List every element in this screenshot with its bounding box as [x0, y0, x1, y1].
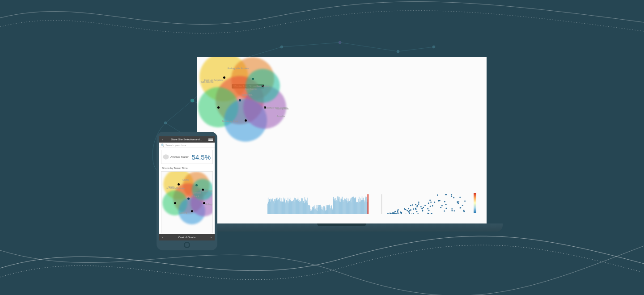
svg-point-2	[164, 122, 167, 124]
svg-point-471	[444, 201, 445, 202]
laptop-base	[181, 223, 503, 232]
svg-point-7	[397, 50, 399, 53]
svg-point-556	[427, 208, 428, 210]
search-icon: 🔍	[161, 143, 164, 147]
phone-footer: ‹ Cost of Goods ›	[159, 234, 215, 240]
svg-point-609	[387, 213, 389, 214]
svg-point-494	[417, 213, 419, 214]
svg-point-476	[397, 211, 398, 213]
csat-chart	[267, 193, 369, 214]
card-delivery-map[interactable]: Delivery areas (US) 18 min. from Stonewo…	[372, 84, 478, 178]
kpi-value: 54.5%	[191, 153, 211, 161]
search-placeholder: Search your data	[165, 144, 186, 147]
back-button[interactable]: ‹	[161, 138, 165, 141]
cube-icon	[163, 154, 169, 160]
svg-point-462	[405, 214, 407, 214]
svg-point-587	[420, 206, 422, 207]
svg-point-547	[457, 202, 458, 203]
svg-point-3	[191, 99, 194, 102]
svg-point-456	[437, 194, 438, 196]
svg-point-552	[410, 205, 411, 206]
svg-point-605	[401, 213, 402, 214]
svg-point-463	[439, 200, 441, 202]
svg-point-539	[412, 204, 413, 206]
kpi-label: Average Margin	[170, 156, 190, 158]
svg-point-487	[431, 213, 432, 214]
home-button[interactable]	[184, 242, 190, 248]
svg-point-565	[413, 213, 414, 214]
svg-point-491	[392, 212, 394, 214]
svg-point-464	[416, 206, 418, 207]
svg-point-528	[459, 197, 461, 198]
svg-point-551	[423, 207, 424, 208]
svg-point-540	[394, 211, 396, 212]
svg-point-481	[398, 213, 399, 214]
svg-point-607	[459, 207, 461, 209]
svg-point-574	[418, 203, 419, 205]
svg-point-511	[390, 213, 391, 214]
svg-point-524	[463, 210, 465, 211]
prev-button[interactable]: ‹	[161, 236, 165, 239]
laptop-mockup: ◦ ▾ ≡ ▾ ▦ Store Site Selection and Perfo…	[197, 57, 487, 232]
svg-point-564	[401, 212, 402, 214]
next-button[interactable]: ›	[209, 236, 213, 239]
svg-point-571	[408, 208, 409, 210]
svg-point-505	[428, 203, 429, 204]
svg-point-443	[413, 209, 414, 210]
svg-point-569	[445, 204, 447, 205]
svg-point-611	[407, 210, 408, 211]
footer-title: Cost of Goods	[178, 236, 195, 239]
phone-mockup: ‹ Store Site Selection and... 🔍 Search y…	[157, 132, 217, 250]
svg-point-577	[451, 194, 452, 195]
phone-title: Store Site Selection and...	[171, 138, 202, 141]
svg-point-485	[397, 211, 398, 212]
svg-point-489	[417, 205, 418, 206]
svg-point-474	[411, 214, 412, 214]
svg-point-558	[463, 211, 465, 212]
svg-point-465	[444, 211, 445, 212]
svg-point-500	[418, 202, 419, 203]
svg-point-580	[430, 206, 431, 207]
svg-point-583	[458, 203, 459, 204]
svg-point-586	[451, 210, 453, 211]
svg-point-5	[280, 46, 283, 48]
app-window: ◦ ▾ ≡ ▾ ▦ Store Site Selection and Perfo…	[203, 63, 480, 217]
svg-point-588	[399, 214, 401, 214]
phone-header: ‹ Store Site Selection and...	[159, 136, 215, 143]
phone-section-title: Shops by Travel Time	[159, 166, 215, 170]
menu-button[interactable]	[208, 139, 213, 141]
svg-point-6	[339, 41, 341, 44]
svg-point-560	[422, 211, 423, 212]
svg-point-490	[428, 210, 430, 211]
svg-point-446	[415, 204, 416, 206]
profitability-scatter	[374, 193, 475, 214]
svg-point-459	[441, 205, 443, 206]
svg-point-581	[432, 205, 433, 206]
svg-rect-439	[368, 194, 369, 214]
svg-point-546	[396, 213, 398, 214]
svg-point-488	[462, 205, 463, 206]
svg-point-572	[464, 201, 466, 202]
svg-point-509	[458, 201, 459, 202]
svg-point-590	[415, 209, 417, 210]
svg-point-615	[410, 210, 411, 211]
svg-point-620	[416, 211, 418, 212]
laptop-screen: ◦ ▾ ≡ ▾ ▦ Store Site Selection and Perfo…	[197, 57, 487, 223]
svg-point-544	[445, 194, 446, 195]
phone-search[interactable]: 🔍 Search your data	[159, 143, 215, 148]
svg-point-608	[430, 202, 432, 203]
svg-point-614	[438, 200, 439, 202]
svg-point-557	[429, 200, 431, 201]
svg-point-483	[434, 202, 435, 203]
phone-kpi[interactable]: Average Margin 54.5%	[161, 150, 213, 164]
legend-bar	[474, 193, 476, 213]
phone-screen: ‹ Store Site Selection and... 🔍 Search y…	[159, 136, 215, 240]
svg-point-619	[394, 212, 395, 214]
svg-point-594	[440, 207, 441, 208]
svg-point-496	[451, 208, 453, 210]
phone-map[interactable]: La Cañada FlintridgeBurbankAltadenaArcad…	[161, 171, 213, 233]
svg-point-543	[453, 197, 454, 198]
svg-point-570	[405, 209, 407, 211]
svg-point-448	[451, 196, 452, 197]
svg-point-480	[424, 205, 426, 206]
